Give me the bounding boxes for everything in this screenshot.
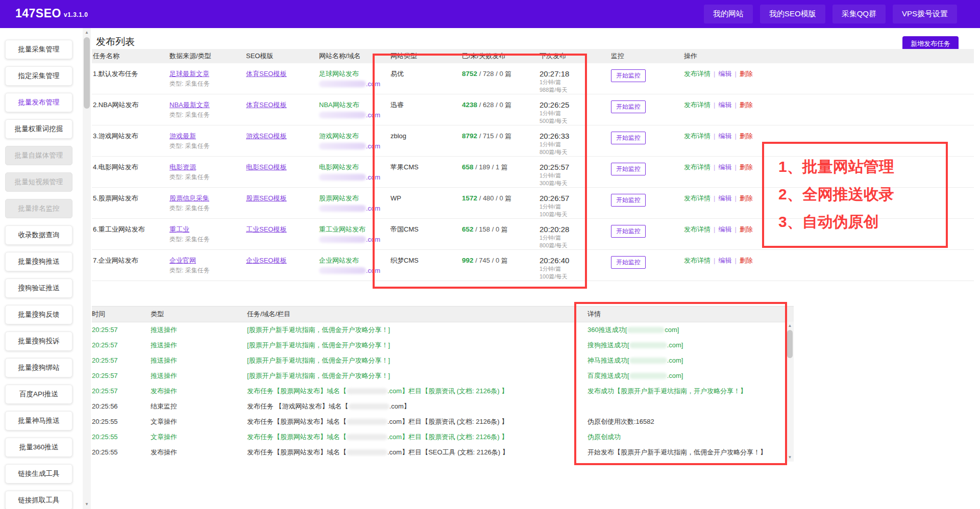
sidebar-item-11[interactable]: 批量搜狗反馈 [5,305,72,324]
sidebar-item-14[interactable]: 百度API推送 [5,385,72,404]
log-scrollbar-thumb[interactable] [787,330,793,358]
domain-suffix: .com [366,142,380,150]
data-source-link[interactable]: 足球最新文章 [169,70,209,78]
start-monitor-button[interactable]: 开始监控 [611,100,646,113]
data-source-link[interactable]: 电影资源 [169,163,196,171]
publish-counts: 658 / 189 / 1 篇 [461,157,538,187]
seo-template-link[interactable]: 工业SEO模板 [246,225,286,233]
log-task-text: .com】栏目【股票资讯 (文档: 2126条) 】 [387,387,508,395]
delete-link[interactable]: 删除 [740,225,753,233]
site-domain: .com [319,235,387,244]
publish-details-link[interactable]: 发布详情 [684,70,710,78]
col-site-type: 网站类型 [389,49,461,63]
scroll-down-icon[interactable]: ▼ [83,501,91,508]
start-monitor-button[interactable]: 开始监控 [611,225,646,238]
sidebar-item-10[interactable]: 搜狗验证推送 [5,278,72,298]
data-source-link[interactable]: 企业官网 [169,257,196,264]
domain-suffix: .com [366,236,380,243]
data-source-link[interactable]: 股票信息采集 [169,194,209,202]
publish-counts: 992 / 745 / 0 篇 [461,250,538,281]
delete-link[interactable]: 删除 [740,70,753,78]
redacted-domain [629,342,667,348]
seo-template-link[interactable]: 游戏SEO模板 [246,132,286,140]
log-detail-text: 搜狗推送成功[ [587,341,629,349]
edit-link[interactable]: 编辑 [718,70,731,78]
sidebar-item-1[interactable]: 批量采集管理 [5,40,72,59]
delete-link[interactable]: 删除 [740,101,753,109]
seo-template-cell: 体育SEO模板 [245,63,318,94]
data-source-link[interactable]: 游戏最新 [169,132,196,140]
published-count: 992 [462,257,474,264]
col-actions: 操作 [683,49,974,63]
edit-link[interactable]: 编辑 [718,132,731,140]
publish-details-link[interactable]: 发布详情 [684,163,710,171]
sidebar-item-17[interactable]: 链接生成工具 [5,464,72,483]
data-source-link[interactable]: NBA最新文章 [169,101,210,109]
log-task: 发布任务【股票网站发布】域名【.com】栏目【股票资讯 (文档: 2126条) … [247,384,587,399]
redacted-domain [627,327,665,333]
redacted-domain [347,388,387,394]
data-source-type: 类型: 采集任务 [169,173,243,182]
sidebar-item-16[interactable]: 批量360推送 [5,438,72,457]
log-scrollbar[interactable]: ▲ ▼ [786,322,794,462]
log-row: 20:25:57推送操作[股票开户新手避坑指南，低佣金开户攻略分享！]百度推送成… [92,368,794,384]
nav-my-seo-templates[interactable]: 我的SEO模版 [760,5,825,23]
sidebar-item-6: 批量短视频管理 [5,172,72,192]
sidebar-item-15[interactable]: 批量神马推送 [5,411,72,430]
publish-details-link[interactable]: 发布详情 [684,101,710,109]
publish-rate: 1分钟/篇 [540,172,608,179]
start-monitor-button[interactable]: 开始监控 [611,194,646,207]
sidebar-item-3[interactable]: 批量发布管理 [5,93,72,112]
monitor-cell: 开始监控 [610,157,683,187]
publish-details-link[interactable]: 发布详情 [684,132,710,140]
seo-template-link[interactable]: 电影SEO模板 [246,163,286,171]
edit-link[interactable]: 编辑 [718,194,731,202]
delete-link[interactable]: 删除 [740,257,753,264]
seo-template-link[interactable]: 体育SEO模板 [246,70,286,78]
site-cell: 游戏网站发布.com [318,125,389,156]
seo-template-link[interactable]: 股票SEO模板 [246,194,286,202]
edit-link[interactable]: 编辑 [718,257,731,264]
log-time: 20:25:56 [92,399,151,414]
seo-template-link[interactable]: 体育SEO模板 [246,101,286,109]
start-monitor-button[interactable]: 开始监控 [611,132,646,144]
scroll-up-icon[interactable]: ▲ [786,322,794,329]
start-monitor-button[interactable]: 开始监控 [611,256,646,269]
scroll-up-icon[interactable]: ▲ [83,29,91,36]
sidebar-item-8[interactable]: 收录数据查询 [5,225,72,245]
sidebar-item-18[interactable]: 链接抓取工具 [5,491,72,509]
sidebar-item-13[interactable]: 批量搜狗绑站 [5,358,72,377]
publish-details-link[interactable]: 发布详情 [684,194,710,202]
start-monitor-button[interactable]: 开始监控 [611,69,646,82]
delete-link[interactable]: 删除 [740,163,753,171]
site-cell: 重工业网站发布.com [318,219,389,249]
next-publish-time: 20:25:57 [540,163,608,171]
seo-template-cell: 电影SEO模板 [245,157,318,187]
data-source-link[interactable]: 重工业 [169,225,189,233]
site-name: 重工业网站发布 [319,225,387,234]
sidebar-item-2[interactable]: 指定采集管理 [5,66,72,86]
sidebar-item-4[interactable]: 批量权重词挖掘 [5,119,72,139]
start-monitor-button[interactable]: 开始监控 [611,163,646,175]
log-task: 发布任务【股票网站发布】域名【.com】栏目【SEO工具 (文档: 2126条)… [247,445,587,460]
sidebar-scrollbar[interactable]: ▲ ▼ [83,28,91,509]
data-source-cell: 足球最新文章类型: 采集任务 [168,63,245,94]
seo-template-link[interactable]: 企业SEO模板 [246,257,286,264]
sidebar-item-9[interactable]: 批量搜狗推送 [5,252,72,271]
edit-link[interactable]: 编辑 [718,163,731,171]
nav-my-websites[interactable]: 我的网站 [704,5,753,23]
sidebar-item-12[interactable]: 批量搜狗投诉 [5,332,72,351]
nav-qq-group[interactable]: 采集QQ群 [832,5,886,23]
sidebar-scrollbar-thumb[interactable] [84,37,90,109]
delete-link[interactable]: 删除 [740,194,753,202]
publish-details-link[interactable]: 发布详情 [684,257,710,264]
delete-link[interactable]: 删除 [740,132,753,140]
edit-link[interactable]: 编辑 [718,225,731,233]
scroll-down-icon[interactable]: ▼ [786,454,794,461]
publish-details-link[interactable]: 发布详情 [684,225,710,233]
separator: | [714,70,715,78]
nav-vps-dial-settings[interactable]: VPS拨号设置 [893,5,957,23]
task-name: 5.股票网站发布 [92,188,168,218]
edit-link[interactable]: 编辑 [718,101,731,109]
log-detail: 伪原创使用次数:16582 [587,414,794,429]
